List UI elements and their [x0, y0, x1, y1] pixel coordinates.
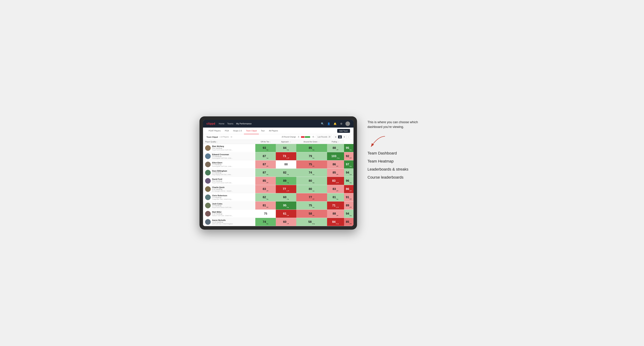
score-value: 58 — [308, 220, 312, 224]
sub-nav-tour[interactable]: Tour — [259, 128, 267, 134]
player-cell[interactable]: Charlie Quick 6-10 Handicap St. George's… — [203, 185, 255, 193]
score-cell[interactable]: 80 1 — [296, 185, 327, 193]
score-cell[interactable]: 84 21 — [327, 218, 344, 226]
score-cell[interactable]: 89 7 — [276, 177, 296, 185]
view-list-button[interactable]: ☰ — [342, 135, 346, 139]
search-icon[interactable]: 🔍 — [320, 122, 324, 126]
player-cell[interactable]: Dave Billingham 1-5 Handicap Gog Magog G… — [203, 169, 255, 177]
score-cell[interactable]: 95 8 — [276, 201, 296, 210]
score-value: 88 — [333, 146, 336, 150]
sub-nav-all-players[interactable]: All Players — [267, 128, 280, 134]
score-cell[interactable]: 82 3 — [255, 193, 276, 201]
dashboard-option-leaderboards: Leaderboards & streaks — [368, 167, 441, 172]
score-cell[interactable]: 87 1 — [255, 152, 276, 161]
sub-nav-pgat[interactable]: PGAT Players — [206, 128, 223, 134]
score-cell[interactable]: 87 4 — [255, 169, 276, 177]
score-cell[interactable]: 77 3 — [296, 193, 327, 201]
nav-link-myperformance[interactable]: My Performance — [236, 122, 252, 126]
player-cell[interactable]: Chris Robertson 1-5 Handicap Craigmillar… — [203, 193, 255, 201]
score-cell[interactable]: 97 5 — [344, 161, 354, 169]
view-grid-button[interactable]: ⊞ — [334, 135, 338, 139]
score-box: 60 1 — [276, 218, 296, 226]
score-cell[interactable]: 96 3 — [344, 177, 354, 185]
score-cell[interactable]: 60 2 — [276, 193, 296, 201]
profile-icon[interactable]: 👤 — [326, 122, 331, 126]
score-cell[interactable]: 79 9 — [296, 152, 327, 161]
score-cell[interactable]: 82 4 — [276, 169, 296, 177]
score-cell[interactable]: 89 2 — [344, 201, 354, 210]
score-cell[interactable]: 75 2 — [296, 201, 327, 210]
score-cell[interactable]: 86 6 — [327, 161, 344, 169]
player-cell[interactable]: Josh Coles 1-5 Handicap Royal North Devo… — [203, 201, 255, 210]
player-cell[interactable]: Matt Miller 6-10 Handicap Woburn Golf Cl… — [203, 210, 255, 218]
add-team-button[interactable]: Add Team — [337, 129, 350, 133]
settings-icon[interactable]: ⚙ — [339, 122, 343, 126]
round-change-bar — [301, 136, 310, 138]
nav-link-teams[interactable]: Teams — [227, 122, 233, 126]
score-cell[interactable]: 75 3 — [296, 161, 327, 169]
score-value: 82 — [283, 171, 286, 174]
score-value: 88 — [333, 212, 336, 215]
score-cell[interactable]: 85 8 — [296, 144, 327, 152]
score-cell[interactable]: 86 8 — [344, 185, 354, 193]
score-cell[interactable]: 61 3 — [276, 210, 296, 218]
score-cell[interactable]: 75 — [255, 210, 276, 218]
score-cell[interactable]: 83 3 — [255, 185, 276, 193]
score-box: 75 2 — [296, 201, 327, 209]
score-cell[interactable]: 88 2 — [327, 210, 344, 218]
score-cell[interactable]: 74 8 — [255, 218, 276, 226]
score-cell[interactable]: 71 11 — [327, 201, 344, 210]
player-name: Blair McHarg — [212, 145, 253, 147]
score-cell[interactable]: 91 3 — [344, 193, 354, 201]
score-value: 86 — [346, 187, 349, 191]
edit-icon[interactable]: ✏ — [231, 136, 232, 138]
last-rounds-button[interactable]: Last Rounds: 20 — [316, 135, 332, 139]
score-cell[interactable]: 94 3 — [344, 210, 354, 218]
score-box: 87 1 — [255, 152, 276, 160]
view-sort-button[interactable]: ↕ — [347, 135, 350, 139]
score-cell[interactable]: 94 1 — [344, 169, 354, 177]
score-box: 96 3 — [344, 177, 354, 185]
score-cell[interactable]: 80 3 — [296, 177, 327, 185]
score-cell[interactable]: 88 1 — [327, 144, 344, 152]
player-cell[interactable]: Elliot Ebert 1-5 Handicap Sunningdale Go… — [203, 161, 255, 169]
view-heatmap-button[interactable]: ▦ — [338, 135, 342, 139]
score-cell[interactable]: 81 3 — [255, 201, 276, 210]
player-cell[interactable]: Blair McHarg Plus Handicap Royal North D… — [203, 144, 255, 152]
score-cell[interactable]: 73 11 — [276, 152, 296, 161]
score-cell[interactable]: 84 6 — [276, 144, 296, 152]
bar-green — [305, 136, 310, 138]
sub-nav-hcaps[interactable]: Hcaps 1-5 — [231, 128, 244, 134]
score-cell[interactable]: 93 9 — [255, 144, 276, 152]
score-cell[interactable]: 77 14 — [276, 185, 296, 193]
score-cell[interactable]: 85 4 — [344, 218, 354, 226]
score-cell[interactable]: 95 9 — [344, 144, 354, 152]
score-cell[interactable]: 58 4 — [296, 210, 327, 218]
score-cell[interactable]: 83 6 — [327, 185, 344, 193]
score-cell[interactable]: 87 3 — [255, 161, 276, 169]
nav-icons: 🔍 👤 🔔 ⚙ — [320, 121, 350, 126]
score-cell[interactable]: 88 — [276, 161, 296, 169]
score-cell[interactable]: 85 3 — [327, 169, 344, 177]
score-cell[interactable]: 60 1 — [276, 218, 296, 226]
avatar[interactable] — [346, 121, 350, 126]
player-cell[interactable]: David Ford Plus Handicap Royal North Dev… — [203, 177, 255, 185]
score-cell[interactable]: 81 4 — [327, 193, 344, 201]
score-arrow-up: 4 — [266, 174, 268, 175]
score-cell[interactable]: 83 10 — [327, 177, 344, 185]
player-cell[interactable]: Edward Crossman 1-5 Handicap Sunningdale… — [203, 152, 255, 161]
sub-nav-pga[interactable]: PGA — [223, 128, 231, 134]
dashboard-option-course: Course leaderboards — [368, 175, 441, 180]
score-cell[interactable]: 85 3 — [255, 177, 276, 185]
sub-nav-team-clippd[interactable]: Team Clippd — [244, 128, 259, 134]
nav-link-home[interactable]: Home — [219, 122, 224, 126]
score-box: 77 14 — [276, 185, 296, 193]
score-cell[interactable]: 103 15 — [327, 152, 344, 161]
score-value: 71 — [332, 204, 336, 207]
score-cell[interactable]: 92 3 — [344, 152, 354, 161]
score-cell[interactable]: 58 10 — [296, 218, 327, 226]
bell-icon[interactable]: 🔔 — [333, 122, 337, 126]
score-box: 74 1 — [296, 169, 327, 177]
score-cell[interactable]: 74 1 — [296, 169, 327, 177]
player-cell[interactable]: Aaron Nicholls 11-15 Handicap Drift Golf… — [203, 218, 255, 226]
